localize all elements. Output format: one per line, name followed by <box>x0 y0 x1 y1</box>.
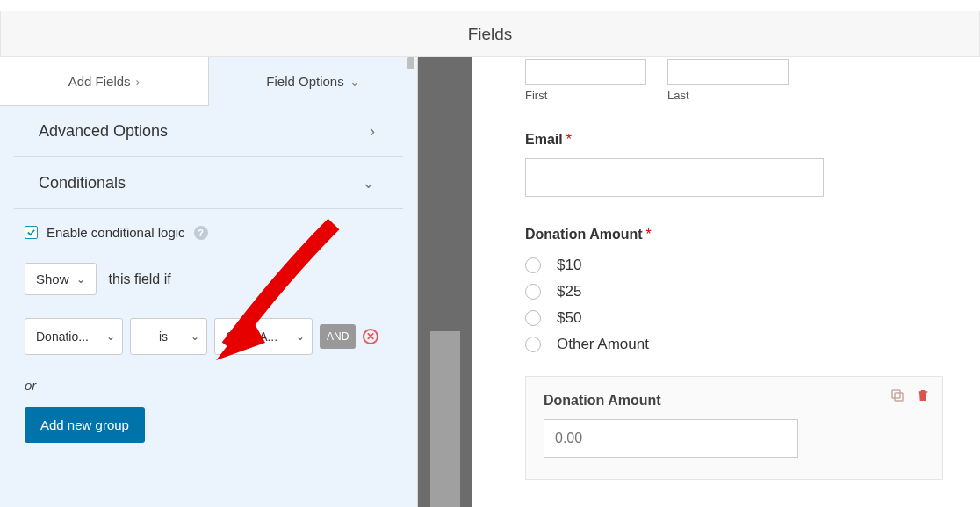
page-header: Fields <box>0 11 980 57</box>
email-input[interactable] <box>525 158 824 197</box>
option-label: $25 <box>557 283 581 301</box>
donation-other-amount-input[interactable] <box>544 419 798 458</box>
tab-options-label: Field Options <box>266 74 343 89</box>
chevron-down-icon: ⌄ <box>296 330 305 343</box>
enable-conditional-label: Enable conditional logic <box>47 225 185 240</box>
donation-option[interactable]: $50 <box>525 309 943 327</box>
gutter <box>418 57 472 507</box>
donation-option[interactable]: Other Amount <box>525 336 943 353</box>
delete-rule-button[interactable]: ✕ <box>363 329 378 344</box>
chevron-down-icon: ⌄ <box>362 173 375 192</box>
page-title: Fields <box>468 25 513 44</box>
rule-field-select[interactable]: Donatio... ⌄ <box>25 318 123 355</box>
section-advanced-label: Advanced Options <box>39 122 168 141</box>
chevron-right-icon: › <box>136 75 141 89</box>
close-icon: ✕ <box>366 330 375 343</box>
show-hide-select[interactable]: Show ⌄ <box>25 263 97 295</box>
and-button[interactable]: AND <box>320 324 356 349</box>
first-name-label: First <box>525 89 646 102</box>
conditionals-body: Enable conditional logic ? Show ⌄ this f… <box>0 209 417 464</box>
add-new-group-button[interactable]: Add new group <box>25 407 145 443</box>
required-icon: * <box>646 227 652 242</box>
tab-add-fields[interactable]: Add Fields › <box>0 57 209 106</box>
tab-add-label: Add Fields <box>68 74 131 89</box>
show-hide-value: Show <box>36 272 69 286</box>
option-label: $10 <box>557 257 581 274</box>
or-text: or <box>25 378 393 393</box>
option-label: Other Amount <box>557 336 649 353</box>
scroll-up-icon <box>407 57 414 69</box>
tab-field-options[interactable]: Field Options ⌄ <box>209 57 417 106</box>
donation-option[interactable]: $25 <box>525 283 943 301</box>
rule-value-value: Other A... <box>226 330 277 344</box>
radio-icon <box>525 337 541 352</box>
option-label: $50 <box>557 309 581 327</box>
chevron-down-icon: ⌄ <box>106 330 115 343</box>
donation-amount-label: Donation Amount <box>525 227 643 242</box>
left-panel: Add Fields › Field Options ⌄ Advanced Op… <box>0 57 418 507</box>
chevron-down-icon: ⌄ <box>349 75 360 89</box>
section-advanced-options[interactable]: Advanced Options › <box>14 106 403 157</box>
rule-value-select[interactable]: Other A... ⌄ <box>214 318 313 355</box>
last-name-label: Last <box>667 89 789 102</box>
last-name-input[interactable] <box>667 59 789 85</box>
required-icon: * <box>566 132 572 147</box>
enable-conditional-checkbox[interactable] <box>25 226 38 239</box>
top-strip <box>0 0 980 11</box>
form-preview: First Last Email* Donation Amount* $10 $… <box>472 57 980 507</box>
help-icon[interactable]: ? <box>194 226 208 240</box>
svg-rect-1 <box>892 390 900 398</box>
this-field-if-text: this field if <box>109 272 171 287</box>
email-label: Email <box>525 132 563 147</box>
and-button-label: AND <box>327 330 349 343</box>
section-conditionals-label: Conditionals <box>39 174 126 192</box>
selected-field-label: Donation Amount <box>544 393 925 409</box>
radio-icon <box>525 257 541 273</box>
rule-operator-select[interactable]: is ⌄ <box>130 318 207 355</box>
chevron-down-icon: ⌄ <box>76 273 85 286</box>
add-new-group-label: Add new group <box>40 417 129 432</box>
chevron-right-icon: › <box>370 122 375 141</box>
selected-field-block[interactable]: Donation Amount <box>525 376 943 480</box>
first-name-input[interactable] <box>525 59 646 85</box>
duplicate-icon[interactable] <box>890 387 905 407</box>
donation-option[interactable]: $10 <box>525 257 943 274</box>
rule-operator-value: is <box>141 330 185 344</box>
rule-field-value: Donatio... <box>36 330 89 344</box>
section-conditionals[interactable]: Conditionals ⌄ <box>14 157 403 209</box>
trash-icon[interactable] <box>916 387 930 407</box>
radio-icon <box>525 284 541 300</box>
radio-icon <box>525 310 541 326</box>
svg-rect-0 <box>895 393 903 401</box>
left-scrollbar[interactable] <box>407 57 417 507</box>
chevron-down-icon: ⌄ <box>191 330 199 343</box>
